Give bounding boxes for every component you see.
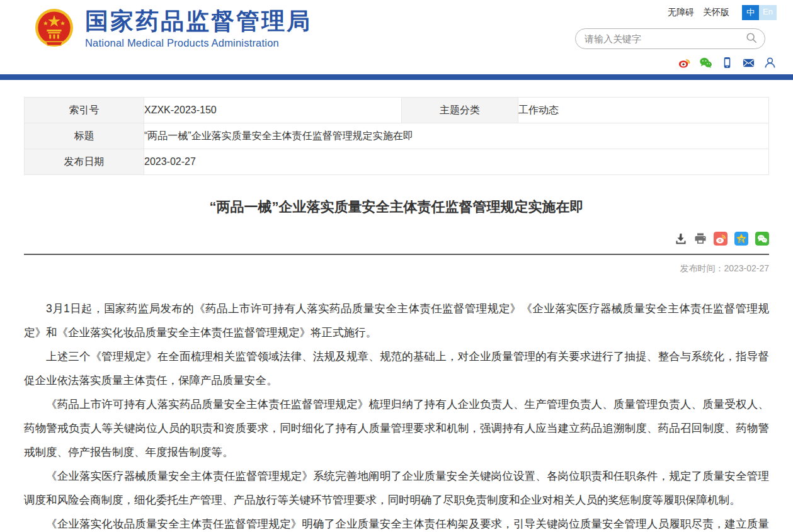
search-input[interactable] <box>583 33 746 45</box>
search-icon[interactable] <box>746 32 757 46</box>
article-paragraph: 《药品上市许可持有人落实药品质量安全主体责任监督管理规定》梳理归纳了持有人企业负… <box>24 392 769 464</box>
org-name-en: National Medical Products Administration <box>85 37 312 49</box>
publish-time: 发布时间：2023-02-27 <box>24 263 769 274</box>
org-name-zh: 国家药品监督管理局 <box>85 9 312 35</box>
title-label: 标题 <box>25 123 144 149</box>
title-divider <box>24 254 769 255</box>
publish-time-value: 2023-02-27 <box>724 263 769 273</box>
print-button[interactable] <box>694 232 707 247</box>
title-value: “两品一械”企业落实质量安全主体责任监督管理规定实施在即 <box>144 123 769 149</box>
article-paragraph: 《企业落实医疗器械质量安全主体责任监督管理规定》系统完善地阐明了企业质量安全关键… <box>24 464 769 512</box>
date-label: 发布日期 <box>25 149 144 175</box>
header-divider-bar <box>0 74 793 80</box>
share-wechat-icon[interactable] <box>755 232 769 248</box>
user-icon[interactable] <box>763 56 777 72</box>
index-label: 索引号 <box>25 98 144 123</box>
article-paragraph: 3月1日起，国家药监局发布的《药品上市许可持有人落实药品质量安全主体责任监督管理… <box>24 297 769 344</box>
national-emblem-icon <box>35 8 74 50</box>
article-paragraph: 上述三个《管理规定》在全面梳理相关监管领域法律、法规及规章、规范的基础上，对企业… <box>24 344 769 392</box>
category-label: 主题分类 <box>402 98 518 123</box>
weibo-icon[interactable] <box>678 56 691 72</box>
wechat-icon[interactable] <box>699 56 712 72</box>
content-area: 索引号 XZXK-2023-150 主题分类 工作动态 标题 “两品一械”企业落… <box>24 97 769 532</box>
document-meta-table: 索引号 XZXK-2023-150 主题分类 工作动态 标题 “两品一械”企业落… <box>24 97 769 175</box>
table-row: 发布日期 2023-02-27 <box>25 149 769 175</box>
publish-time-label: 发布时间： <box>680 263 724 273</box>
mail-icon[interactable] <box>742 56 755 72</box>
date-value: 2023-02-27 <box>144 149 769 175</box>
article-actions <box>24 232 769 254</box>
article-paragraph: 《企业落实化妆品质量安全主体责任监督管理规定》明确了企业质量安全主体责任构架及要… <box>24 512 769 532</box>
accessibility-link[interactable]: 无障碍 <box>668 7 694 18</box>
share-weibo-icon[interactable] <box>714 232 727 248</box>
site-header: 国家药品监督管理局 National Medical Products Admi… <box>0 0 793 74</box>
language-switch: 中 En <box>742 5 777 20</box>
table-row: 标题 “两品一械”企业落实质量安全主体责任监督管理规定实施在即 <box>25 123 769 149</box>
share-qzone-icon[interactable] <box>734 232 748 248</box>
site-search[interactable] <box>575 28 765 49</box>
lang-zh-button[interactable]: 中 <box>742 5 759 20</box>
social-links <box>575 56 777 72</box>
index-value: XZXK-2023-150 <box>144 98 402 123</box>
lang-en-button[interactable]: En <box>759 5 777 20</box>
article-body: 3月1日起，国家药监局发布的《药品上市许可持有人落实药品质量安全主体责任监督管理… <box>24 297 769 532</box>
page-title: “两品一械”企业落实质量安全主体责任监督管理规定实施在即 <box>24 198 769 217</box>
care-version-link[interactable]: 关怀版 <box>703 7 729 18</box>
category-value: 工作动态 <box>518 98 769 123</box>
table-row: 索引号 XZXK-2023-150 主题分类 工作动态 <box>25 98 769 123</box>
download-button[interactable] <box>675 232 687 247</box>
mobile-icon[interactable] <box>721 56 734 72</box>
